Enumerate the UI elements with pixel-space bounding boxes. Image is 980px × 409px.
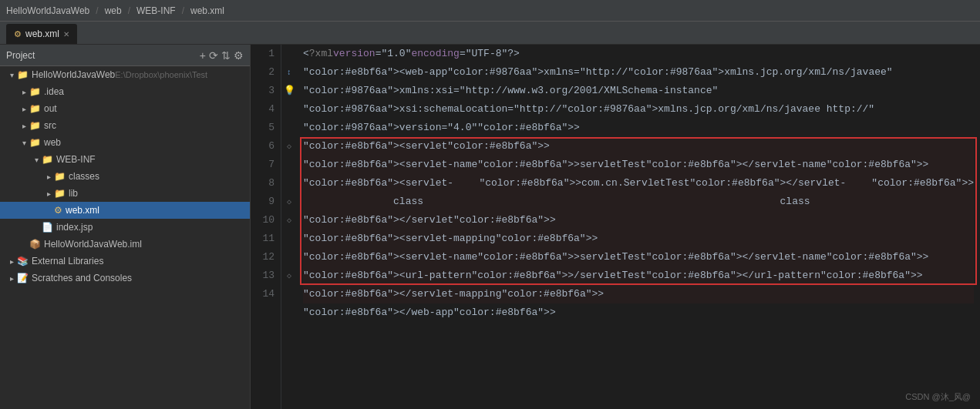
code-line-9: "color:#e8bf6a"></servlet"color:#e8bf6a"… xyxy=(303,211,974,230)
arrow-icon: ▾ xyxy=(19,139,29,147)
folder-icon: 📁 xyxy=(54,171,66,182)
iml-icon: 📦 xyxy=(29,239,41,250)
line-number-4: 4 xyxy=(257,100,274,119)
line-number-13: 13 xyxy=(257,267,274,285)
gutter-item-6: ◇ xyxy=(287,137,291,156)
sidebar-item-index-jsp[interactable]: 📄 index.jsp xyxy=(0,219,250,236)
tree-item-label: lib xyxy=(69,188,78,199)
watermark: CSDN @沐_风@ xyxy=(905,391,971,403)
arrow-icon: ▸ xyxy=(43,173,54,181)
sidebar: Project + ⟳ ⇅ ⚙ ▾📁 HelloWorldJavaWeb E:\… xyxy=(0,45,251,409)
code-line-10: "color:#e8bf6a"><servlet-mapping"color:#… xyxy=(303,230,974,248)
line-number-9: 9 xyxy=(257,193,274,211)
line-number-6: 6 xyxy=(257,137,274,156)
code-area[interactable]: <?xml version="1.0" encoding="UTF-8"?>"c… xyxy=(297,45,980,409)
sidebar-item-web-xml[interactable]: ⚙ web.xml xyxy=(0,202,250,219)
line-number-12: 12 xyxy=(257,248,274,267)
sidebar-item-iml[interactable]: 📦 HelloWorldJavaWeb.iml xyxy=(0,236,250,253)
line-number-3: 3 xyxy=(257,82,274,100)
sidebar-item-out[interactable]: ▸📁 out xyxy=(0,100,250,117)
editor-content: 1234567891011121314 ↕💡◇◇◇◇ <?xml version… xyxy=(251,45,980,409)
arrow-icon: ▸ xyxy=(43,189,54,198)
code-line-3: "color:#9876aa">xmlns:xsi="http://www.w3… xyxy=(303,82,974,100)
line-number-2: 2 xyxy=(257,63,274,82)
code-line-12: "color:#e8bf6a"><url-pattern"color:#e8bf… xyxy=(303,267,974,285)
sidebar-header: Project + ⟳ ⇅ ⚙ xyxy=(0,45,250,66)
sidebar-item-idea[interactable]: ▸📁 .idea xyxy=(0,83,250,100)
tree-item-label: classes xyxy=(69,171,99,182)
folder-icon: 📁 xyxy=(29,120,41,131)
line-numbers: 1234567891011121314 xyxy=(251,45,281,409)
editor-area: 1234567891011121314 ↕💡◇◇◇◇ <?xml version… xyxy=(251,45,980,409)
sidebar-item-src[interactable]: ▸📁 src xyxy=(0,117,250,134)
code-line-5: "color:#9876aa">version="4.0""color:#e8b… xyxy=(303,119,974,137)
tree-item-label: HelloWorldJavaWeb.iml xyxy=(44,239,142,250)
arrow-icon: ▸ xyxy=(6,274,17,283)
tab-label: web.xml xyxy=(25,28,59,39)
line-number-10: 10 xyxy=(257,211,274,230)
arrow-icon: ▸ xyxy=(19,88,29,96)
gutter-item-3: 💡 xyxy=(284,82,295,100)
tree-item-label: index.jsp xyxy=(56,222,93,233)
code-line-14: "color:#e8bf6a"></web-app"color:#e8bf6a"… xyxy=(303,303,974,322)
code-line-4: "color:#9876aa">xsi:schemaLocation="http… xyxy=(303,100,974,119)
line-number-1: 1 xyxy=(257,45,274,63)
folder-icon: 📁 xyxy=(29,103,41,114)
main-layout: Project + ⟳ ⇅ ⚙ ▾📁 HelloWorldJavaWeb E:\… xyxy=(0,45,980,409)
code-line-7: "color:#e8bf6a"><servlet-name"color:#e8b… xyxy=(303,156,974,174)
tree-item-label: web.xml xyxy=(66,205,99,216)
line-number-8: 8 xyxy=(257,174,274,193)
xml-file-icon: ⚙ xyxy=(14,29,22,39)
project-path: E:\Dropbox\phoenix\Test xyxy=(115,70,207,79)
sidebar-item-web-inf[interactable]: ▾📁 WEB-INF xyxy=(0,151,250,168)
code-line-1: <?xml version="1.0" encoding="UTF-8"?> xyxy=(303,45,974,63)
gutter-item-10: ◇ xyxy=(287,211,291,230)
add-icon[interactable]: + xyxy=(200,49,206,62)
tree-item-label: WEB-INF xyxy=(56,154,96,165)
arrow-icon: ▾ xyxy=(6,71,17,79)
tree-item-label: out xyxy=(44,103,57,114)
sync-icon[interactable]: ⟳ xyxy=(209,49,218,62)
sidebar-item-project-root[interactable]: ▾📁 HelloWorldJavaWeb E:\Dropbox\phoenix\… xyxy=(0,66,250,83)
tree-item-label: HelloWorldJavaWeb xyxy=(32,69,115,80)
sidebar-item-lib[interactable]: ▸📁 lib xyxy=(0,185,250,202)
sidebar-item-classes[interactable]: ▸📁 classes xyxy=(0,168,250,185)
title-web: web xyxy=(105,5,122,16)
folder-icon: 📁 xyxy=(29,137,41,148)
gutter-item-9: ◇ xyxy=(287,193,291,211)
line-number-14: 14 xyxy=(257,285,274,303)
tree-item-label: src xyxy=(44,120,56,131)
tree-item-label: web xyxy=(44,137,61,148)
arrow-icon: ▸ xyxy=(19,105,29,113)
sidebar-item-scratches[interactable]: ▸📝 Scratches and Consoles xyxy=(0,270,250,287)
line-number-7: 7 xyxy=(257,156,274,174)
code-line-2: "color:#e8bf6a"><web-app "color:#9876aa"… xyxy=(303,63,974,82)
code-line-13: "color:#e8bf6a"></servlet-mapping"color:… xyxy=(303,285,974,303)
settings-icon[interactable]: ⚙ xyxy=(234,49,244,62)
folder-icon: 📁 xyxy=(54,188,66,199)
sidebar-item-external[interactable]: ▸📚 External Libraries xyxy=(0,253,250,270)
code-line-6: "color:#e8bf6a"><servlet"color:#e8bf6a">… xyxy=(303,137,974,156)
arrow-icon: ▸ xyxy=(6,257,17,266)
arrow-icon: ▸ xyxy=(19,122,29,130)
gutter: ↕💡◇◇◇◇ xyxy=(281,45,297,409)
tab-web-xml[interactable]: ⚙ web.xml ✕ xyxy=(6,24,77,44)
code-line-11: "color:#e8bf6a"><servlet-name"color:#e8b… xyxy=(303,248,974,267)
tab-close-button[interactable]: ✕ xyxy=(63,30,69,39)
scratch-icon: 📝 xyxy=(17,273,29,283)
arrow-icon: ▾ xyxy=(31,156,42,164)
sidebar-item-web[interactable]: ▾📁 web xyxy=(0,134,250,151)
xml-icon: ⚙ xyxy=(54,205,62,216)
title-bar: HelloWorldJavaWeb / web / WEB-INF / web.… xyxy=(0,0,980,22)
tree-item-label: External Libraries xyxy=(32,256,103,267)
jsp-icon: 📄 xyxy=(42,222,53,233)
tree-item-label: .idea xyxy=(44,86,64,97)
gutter-item-13: ◇ xyxy=(287,267,291,285)
title-webinf: WEB-INF xyxy=(136,5,176,16)
tree-item-label: Scratches and Consoles xyxy=(32,273,132,283)
expand-icon[interactable]: ⇅ xyxy=(221,49,231,62)
sidebar-title: Project xyxy=(6,50,35,61)
tab-bar: ⚙ web.xml ✕ xyxy=(0,22,980,45)
code-line-8: "color:#e8bf6a"><servlet-class"color:#e8… xyxy=(303,174,974,211)
gutter-item-2: ↕ xyxy=(287,63,291,82)
